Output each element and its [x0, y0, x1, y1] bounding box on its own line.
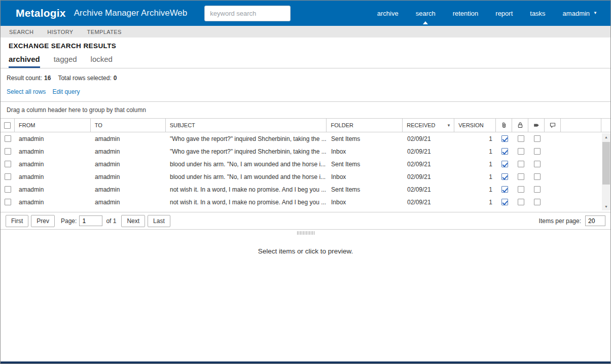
nav-item-retention[interactable]: retention [452, 7, 480, 20]
cell-subject: not wish it. In a word, I make no promis… [166, 186, 327, 193]
column-header-folder[interactable]: FOLDER [327, 119, 403, 132]
tag-checkbox[interactable] [534, 135, 541, 142]
cell-version: 1 [455, 173, 496, 180]
cell-subject: blood under his arm. "No, I am wounded a… [166, 173, 327, 180]
app-title: Archive Manager ArchiveWeb [74, 8, 188, 18]
row-checkbox[interactable] [5, 148, 11, 155]
row-checkbox[interactable] [5, 186, 11, 193]
attachment-checkbox[interactable] [501, 199, 508, 205]
lock-checkbox[interactable] [518, 199, 524, 205]
tab-locked[interactable]: locked [91, 55, 113, 68]
column-header-from[interactable]: FROM [15, 119, 91, 132]
column-header-to[interactable]: TO [91, 119, 166, 132]
lock-icon [517, 122, 524, 129]
next-page-button[interactable]: Next [121, 215, 145, 227]
nav-item-search[interactable]: search [415, 7, 437, 20]
nav-item-report[interactable]: report [494, 7, 514, 20]
row-checkbox[interactable] [5, 135, 11, 142]
page-number-input[interactable] [79, 215, 102, 226]
cell-folder: Inbox [327, 199, 403, 206]
nav-item-archive[interactable]: archive [376, 7, 400, 20]
scrollbar-thumb[interactable] [602, 142, 610, 185]
table-row[interactable]: amadmin amadmin blood under his arm. "No… [1, 170, 610, 183]
lock-checkbox[interactable] [518, 135, 524, 142]
attachment-checkbox[interactable] [501, 173, 508, 180]
prev-page-button[interactable]: Prev [31, 215, 55, 227]
attachment-checkbox[interactable] [501, 148, 508, 155]
first-page-button[interactable]: First [6, 215, 28, 227]
tag-checkbox[interactable] [534, 148, 541, 155]
cell-from: amadmin [15, 161, 91, 168]
cell-to: amadmin [91, 135, 166, 142]
table-row[interactable]: amadmin amadmin "Who gave the report?" i… [1, 132, 610, 145]
lock-checkbox[interactable] [518, 186, 524, 193]
table-row[interactable]: amadmin amadmin blood under his arm. "No… [1, 158, 610, 170]
lock-checkbox[interactable] [518, 173, 524, 180]
cell-folder: Sent Items [327, 135, 403, 142]
column-header-received[interactable]: RECEIVED ▾ [403, 119, 454, 132]
group-by-drop-zone[interactable]: Drag a column header here to group by th… [1, 102, 610, 119]
user-menu-label: amadmin [563, 10, 590, 17]
nav-item-tasks[interactable]: tasks [529, 7, 546, 20]
preview-placeholder: Select items or click to preview. [258, 247, 353, 255]
tag-checkbox[interactable] [534, 186, 541, 193]
window-bottom-border [1, 361, 610, 363]
user-menu[interactable]: amadmin ▼ [562, 7, 598, 20]
cell-received: 02/09/21 [403, 148, 455, 155]
column-header-lock[interactable] [512, 119, 528, 132]
vertical-scrollbar[interactable]: ▲ ▼ [602, 133, 610, 210]
top-bar: Metalogix Archive Manager ArchiveWeb arc… [1, 1, 610, 26]
cell-folder: Inbox [327, 173, 403, 180]
attachment-checkbox[interactable] [501, 186, 508, 193]
splitter-handle[interactable] [297, 231, 314, 235]
tab-tagged[interactable]: tagged [54, 55, 77, 68]
subnav-item-history[interactable]: HISTORY [47, 29, 73, 35]
select-all-rows-link[interactable]: Select all rows [7, 88, 46, 95]
row-checkbox[interactable] [5, 173, 11, 180]
table-row[interactable]: amadmin amadmin not wish it. In a word, … [1, 196, 610, 208]
items-per-page-input[interactable] [585, 215, 605, 226]
select-all-checkbox[interactable] [4, 122, 11, 129]
column-header-version[interactable]: VERSION [454, 119, 496, 132]
header-gap [601, 119, 610, 132]
scrollbar-down-arrow-icon[interactable]: ▼ [602, 203, 610, 210]
tag-checkbox[interactable] [534, 161, 541, 167]
lock-checkbox[interactable] [518, 148, 524, 155]
keyword-search-input[interactable] [204, 6, 291, 21]
subnav-item-search[interactable]: SEARCH [9, 29, 33, 35]
tag-checkbox[interactable] [534, 173, 541, 180]
pagination-bar: First Prev Page: of 1 Next Last Items pe… [1, 212, 610, 230]
subnav-item-templates[interactable]: TEMPLATES [87, 29, 122, 35]
last-page-button[interactable]: Last [148, 215, 170, 227]
cell-to: amadmin [91, 186, 166, 193]
cell-to: amadmin [91, 199, 166, 206]
attachment-checkbox[interactable] [501, 161, 508, 167]
tag-checkbox[interactable] [534, 199, 541, 205]
tab-archived[interactable]: archived [9, 55, 40, 68]
row-checkbox[interactable] [5, 161, 11, 167]
attachment-checkbox[interactable] [501, 135, 508, 142]
keyword-search [204, 6, 291, 21]
table-row[interactable]: amadmin amadmin not wish it. In a word, … [1, 183, 610, 196]
column-header-comment[interactable] [545, 119, 561, 132]
column-header-tag[interactable] [528, 119, 545, 132]
scrollbar-up-arrow-icon[interactable]: ▲ [602, 133, 610, 141]
cell-subject: "Who gave the report?" inquired Shcherbi… [166, 135, 327, 142]
lock-checkbox[interactable] [518, 161, 524, 167]
result-count: Result count:16 [7, 75, 51, 82]
cell-received: 02/09/21 [403, 173, 455, 180]
column-header-received-label: RECEIVED [407, 122, 435, 128]
cell-version: 1 [455, 161, 496, 168]
rows-selected: Total rows selected:0 [58, 75, 117, 82]
page-title: EXCHANGE SEARCH RESULTS [1, 38, 610, 51]
table-row[interactable]: amadmin amadmin "Who gave the report?" i… [1, 145, 610, 158]
edit-query-link[interactable]: Edit query [52, 88, 80, 95]
column-header-subject[interactable]: SUBJECT [166, 119, 327, 132]
comment-icon [549, 122, 556, 129]
received-filter-caret-icon[interactable]: ▾ [448, 123, 450, 128]
cell-to: amadmin [91, 148, 166, 155]
row-checkbox[interactable] [5, 199, 11, 205]
cell-from: amadmin [15, 199, 91, 206]
cell-received: 02/09/21 [403, 199, 455, 206]
column-header-attachment[interactable] [496, 119, 512, 132]
